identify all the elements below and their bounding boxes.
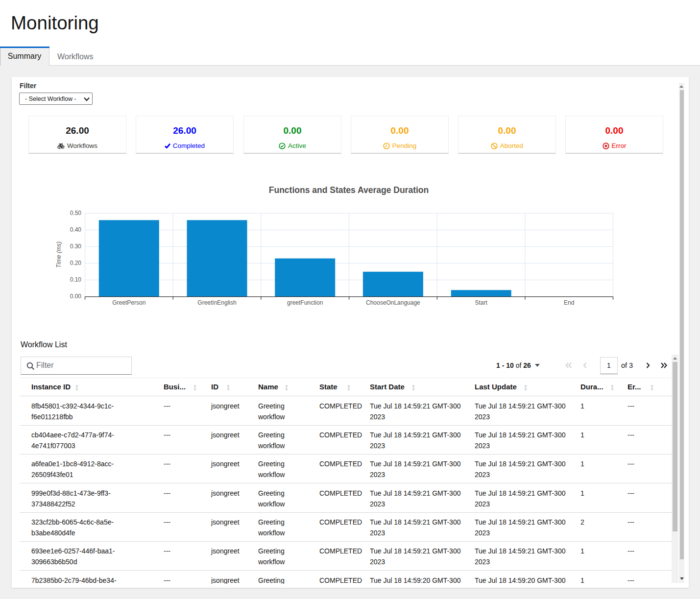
svg-text:Functions and States Average D: Functions and States Average Duration xyxy=(269,185,429,195)
svg-text:End: End xyxy=(564,299,574,306)
svg-text:GreetPerson: GreetPerson xyxy=(112,299,145,306)
svg-text:0.30: 0.30 xyxy=(70,243,82,250)
svg-text:Start: Start xyxy=(475,299,488,306)
svg-text:0.50: 0.50 xyxy=(70,210,82,216)
svg-text:greetFunction: greetFunction xyxy=(287,299,323,306)
svg-text:0.40: 0.40 xyxy=(70,226,82,233)
svg-text:0.00: 0.00 xyxy=(70,293,82,300)
svg-text:0.10: 0.10 xyxy=(70,276,82,283)
svg-text:0.20: 0.20 xyxy=(70,260,82,266)
svg-text:Time (ms): Time (ms) xyxy=(55,241,62,268)
svg-text:GreetInEnglish: GreetInEnglish xyxy=(197,299,236,306)
svg-text:ChooseOnLanguage: ChooseOnLanguage xyxy=(366,299,420,306)
